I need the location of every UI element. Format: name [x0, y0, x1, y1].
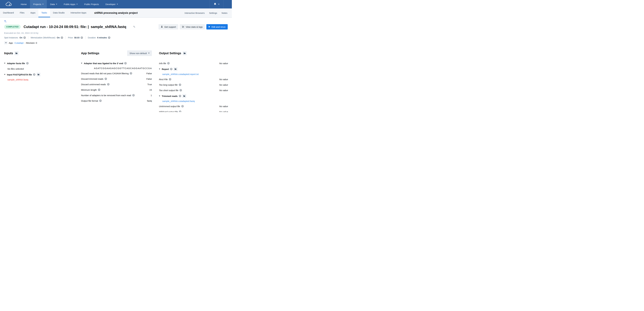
back-to-tasks-link[interactable] — [4, 20, 7, 23]
input-file-link[interactable]: sample_shRNA.fastq — [8, 78, 74, 81]
divider — [66, 36, 66, 39]
app-revision: - Revision: 0 — [25, 42, 37, 44]
app-settings-section: App Settings Show non-default Adapter th… — [81, 50, 152, 102]
param-value: No value — [219, 110, 228, 112]
output-file-link[interactable]: sample_shRNA.cutadapted.report.txt — [162, 73, 228, 76]
help-icon[interactable] — [130, 72, 132, 74]
tab-label: Interactive Apps — [70, 12, 86, 14]
help-icon[interactable] — [33, 73, 36, 76]
button-label: Edit and rerun — [212, 26, 226, 28]
nav-item-developer[interactable]: Developer — [102, 0, 121, 8]
get-support-button[interactable]: Get support — [158, 24, 178, 30]
help-icon[interactable] — [107, 83, 110, 86]
tab-label: Tasks — [41, 12, 47, 14]
help-icon[interactable] — [179, 110, 181, 112]
collapse-caret-icon[interactable] — [159, 68, 160, 70]
status-badge: COMPLETED — [4, 24, 20, 29]
param-row: Adapter that was ligated to the 3' end — [81, 62, 152, 65]
param-row: Wildcard output file No value — [159, 110, 228, 112]
chevron-down-icon — [148, 53, 150, 54]
help-icon[interactable] — [24, 36, 26, 39]
param-label: Report — [162, 68, 169, 70]
output-settings-header: Output Settings — [159, 50, 228, 56]
tab-tasks[interactable]: Tasks — [38, 8, 50, 17]
app-logo[interactable] — [0, 0, 18, 8]
notifications-menu[interactable] — [209, 0, 224, 8]
meta-label: Memoization (WorkReuse): — [31, 36, 56, 39]
param-label: Rest File — [159, 78, 168, 80]
param-row: Report — [159, 67, 228, 71]
tab-apps[interactable]: Apps — [28, 8, 38, 17]
help-icon[interactable] — [179, 95, 181, 97]
view-stats-logs-button[interactable]: View stats & logs — [180, 24, 205, 30]
edit-and-rerun-button[interactable]: Edit and rerun — [206, 24, 228, 30]
app-link[interactable]: Cutadapt — [14, 42, 24, 44]
nav-label: Public Apps — [64, 3, 75, 6]
collapse-caret-icon[interactable] — [159, 96, 160, 96]
help-icon[interactable] — [170, 68, 172, 70]
param-label: Number of adapters to be removed from ea… — [81, 94, 131, 96]
link-interactive-browsers[interactable]: Interactive Browsers — [184, 12, 205, 14]
folder-button[interactable] — [14, 51, 18, 55]
folder-button[interactable] — [182, 94, 186, 98]
help-icon[interactable] — [180, 89, 182, 92]
help-icon[interactable] — [99, 100, 102, 102]
param-label: Discard untrimmed reads — [81, 83, 106, 86]
param-label: Wildcard output file — [159, 110, 178, 112]
folder-button[interactable] — [174, 67, 178, 71]
param-value: No value — [219, 84, 228, 86]
app-settings-heading: App Settings — [81, 52, 99, 55]
param-row: Discard reads that did not pass CASAVA f… — [81, 72, 152, 75]
show-non-default-button[interactable]: Show non-default — [127, 50, 152, 56]
tab-dashboard[interactable]: Dashboard — [0, 8, 17, 17]
link-settings[interactable]: Settings — [209, 12, 217, 14]
tab-files[interactable]: Files — [17, 8, 28, 17]
output-file-link[interactable]: sample_shRNA.cutadapted.fastq — [162, 100, 228, 102]
param-row: Output file format fastq — [81, 99, 152, 102]
help-icon[interactable] — [179, 84, 181, 86]
tab-data-studio[interactable]: Data Studio — [50, 8, 68, 17]
help-icon[interactable] — [61, 36, 63, 39]
param-row: No files selected — [4, 67, 74, 70]
nav-item-projects[interactable]: Projects — [30, 0, 47, 8]
user-icon — [161, 26, 163, 28]
help-icon[interactable] — [167, 62, 170, 64]
help-icon[interactable] — [169, 78, 171, 80]
app-settings-header: App Settings Show non-default — [81, 50, 152, 56]
param-row: Discard trimmed reads False — [81, 77, 152, 80]
link-notes[interactable]: Notes — [222, 12, 228, 14]
button-label: Get support — [164, 26, 176, 28]
help-icon[interactable] — [181, 105, 184, 108]
meta-price: Price: $0.03 — [68, 36, 83, 39]
stats-chart-icon — [182, 25, 184, 28]
collapse-caret-icon[interactable] — [4, 63, 5, 64]
collapse-app-button[interactable] — [4, 41, 8, 44]
tab-interactive-apps[interactable]: Interactive Apps — [68, 8, 89, 17]
help-icon[interactable] — [104, 78, 107, 80]
edit-pencil-icon[interactable]: ✎ — [133, 25, 136, 28]
help-icon[interactable] — [108, 36, 110, 39]
folder-button[interactable] — [36, 72, 40, 76]
help-icon[interactable] — [98, 88, 100, 91]
help-icon[interactable] — [26, 62, 28, 64]
nav-item-public-projects[interactable]: Public Projects — [81, 0, 102, 8]
param-label: Too long output file — [159, 84, 178, 86]
nav-item-home[interactable]: Home — [18, 0, 30, 8]
meta-value: 6 minutes — [97, 36, 107, 39]
param-label: Untrimmed output file — [159, 105, 180, 108]
help-icon[interactable] — [132, 94, 135, 96]
tab-label: Apps — [30, 12, 36, 14]
nav-item-public-apps[interactable]: Public Apps — [60, 0, 81, 8]
help-icon[interactable] — [124, 62, 127, 64]
folder-button[interactable] — [183, 51, 187, 55]
collapse-caret-icon[interactable] — [81, 63, 82, 64]
param-label: Minimum length — [81, 88, 97, 91]
nav-label: Home — [21, 3, 27, 6]
play-icon — [208, 26, 210, 28]
collapse-caret-icon[interactable] — [4, 74, 5, 75]
nav-item-data[interactable]: Data — [47, 0, 60, 8]
tab-label: Data Studio — [53, 12, 64, 14]
help-icon[interactable] — [80, 36, 83, 39]
nav-label: Developer — [106, 3, 116, 6]
top-navigation: Home Projects Data Public Apps Public Pr… — [0, 0, 232, 8]
